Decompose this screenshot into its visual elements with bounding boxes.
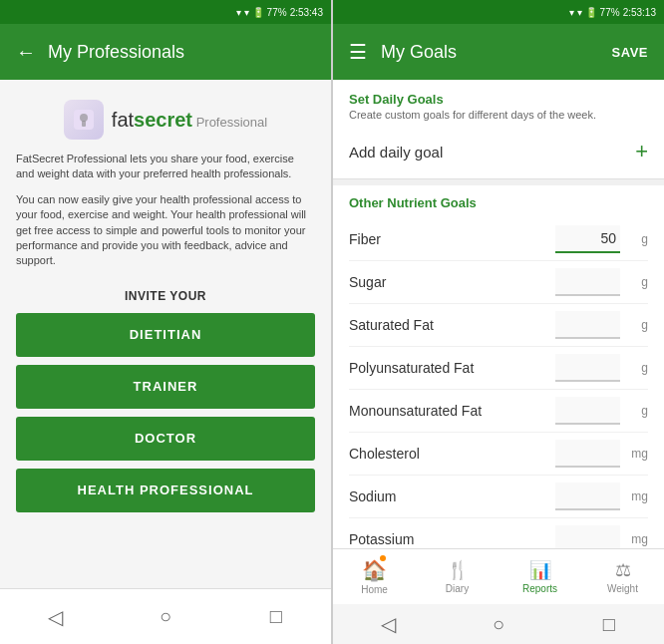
nutrient-row-cholesterol: Cholesterol mg [349, 433, 648, 476]
right-content: Set Daily Goals Create custom goals for … [333, 80, 664, 548]
wifi-icon: ▾ [236, 7, 241, 18]
right-battery-icon: 🔋 [585, 7, 597, 18]
nutrient-unit-fiber: g [624, 232, 648, 246]
fatsecret-logo-icon [64, 100, 104, 140]
right-top-bar: ☰ My Goals SAVE [333, 24, 664, 80]
right-status-icons: ▾ ▾ 🔋 77% 2:53:13 [569, 7, 656, 18]
right-panel: ▾ ▾ 🔋 77% 2:53:13 ☰ My Goals SAVE Set Da… [333, 0, 664, 644]
nutrient-unit-saturated-fat: g [624, 318, 648, 332]
left-panel: ▾ ▾ 🔋 77% 2:53:43 ← My Professionals fat… [0, 0, 331, 644]
nutrient-row-polyunsaturated-fat: Polyunsaturated Fat g [349, 347, 648, 390]
left-nav-home[interactable]: ○ [111, 589, 221, 644]
left-nav-back[interactable]: ◁ [0, 589, 111, 644]
reports-nav-label: Reports [522, 583, 557, 594]
nutrient-name-sodium: Sodium [349, 488, 555, 504]
right-nav-weight[interactable]: ⚖ Weight [581, 549, 664, 604]
home-nav-label: Home [361, 584, 388, 595]
right-sys-back[interactable]: ◁ [333, 604, 444, 644]
nutrient-row-potassium: Potassium mg [349, 518, 648, 548]
nutrient-input-saturated-fat[interactable] [555, 311, 620, 339]
right-sys-home[interactable]: ○ [444, 604, 554, 644]
nutrient-name-potassium: Potassium [349, 531, 555, 547]
right-nav-reports[interactable]: 📊 Reports [498, 549, 581, 604]
add-goal-label: Add daily goal [349, 144, 443, 161]
nutrient-name-sugar: Sugar [349, 274, 555, 290]
daily-goals-subtitle: Create custom goals for different days o… [349, 109, 648, 121]
nutrient-row-saturated-fat: Saturated Fat g [349, 304, 648, 347]
right-bottom-nav: 🏠 Home 🍴 Diary 📊 Reports ⚖ Weight [333, 548, 664, 604]
hamburger-menu-button[interactable]: ☰ [349, 40, 367, 64]
home-nav-icon: 🏠 [362, 558, 387, 582]
nutrient-input-fiber[interactable] [555, 225, 620, 253]
left-bottom-nav: ◁ ○ □ [0, 588, 331, 644]
nutrient-unit-sodium: mg [624, 489, 648, 503]
right-time-display: 2:53:13 [623, 7, 656, 18]
add-goal-icon[interactable]: + [635, 139, 648, 164]
nutrient-name-polyunsaturated-fat: Polyunsaturated Fat [349, 360, 555, 376]
weight-nav-icon: ⚖ [615, 559, 631, 581]
battery-icon: 🔋 [252, 7, 264, 18]
battery-percent: 77% [267, 7, 287, 18]
weight-nav-label: Weight [607, 583, 638, 594]
svg-rect-2 [82, 121, 86, 127]
nutrient-unit-sugar: g [624, 275, 648, 289]
diary-nav-label: Diary [446, 583, 469, 594]
left-nav-recents[interactable]: □ [220, 589, 331, 644]
add-goal-row[interactable]: Add daily goal + [333, 125, 664, 179]
recents-nav-icon: □ [270, 605, 282, 628]
health-professional-button[interactable]: HEALTH PROFESSIONAL [16, 469, 315, 512]
right-wifi-icon: ▾ [569, 7, 574, 18]
back-nav-icon: ◁ [48, 605, 63, 629]
nutrient-unit-cholesterol: mg [624, 447, 648, 461]
right-system-nav: ◁ ○ □ [333, 604, 664, 644]
logo-container: fatsecret Professional [64, 100, 267, 140]
svg-point-1 [80, 114, 88, 122]
home-notification-dot [380, 555, 386, 561]
right-nav-diary[interactable]: 🍴 Diary [416, 549, 498, 604]
nutrient-input-polyunsaturated-fat[interactable] [555, 354, 620, 382]
diary-nav-icon: 🍴 [447, 559, 469, 581]
reports-nav-icon: 📊 [529, 559, 551, 581]
right-top-left: ☰ My Goals [349, 40, 457, 64]
invite-label: INVITE YOUR [125, 289, 206, 303]
nutrient-goals-section: Other Nutrient Goals Fiber g Sugar g Sat… [333, 185, 664, 548]
right-home-nav-icon: ○ [493, 613, 504, 636]
doctor-button[interactable]: DOCTOR [16, 417, 315, 461]
time-display: 2:53:43 [290, 7, 323, 18]
description-1: FatSecret Professional lets you share yo… [16, 152, 315, 182]
nutrient-name-cholesterol: Cholesterol [349, 446, 555, 462]
logo-wordmark: fatsecret Professional [112, 109, 267, 132]
daily-goals-section: Set Daily Goals Create custom goals for … [333, 80, 664, 125]
daily-goals-title: Set Daily Goals [349, 92, 648, 107]
right-sys-recents[interactable]: □ [553, 604, 664, 644]
right-nav-home[interactable]: 🏠 Home [333, 549, 416, 604]
nutrient-row-fiber: Fiber g [349, 218, 648, 261]
right-back-nav-icon: ◁ [381, 612, 396, 636]
nutrient-name-monounsaturated-fat: Monounsaturated Fat [349, 403, 555, 419]
save-button[interactable]: SAVE [612, 45, 648, 60]
signal-icon: ▾ [244, 7, 249, 18]
nutrient-input-sugar[interactable] [555, 268, 620, 296]
right-status-bar: ▾ ▾ 🔋 77% 2:53:13 [333, 0, 664, 24]
left-status-icons: ▾ ▾ 🔋 77% 2:53:43 [236, 7, 323, 18]
nutrient-input-monounsaturated-fat[interactable] [555, 397, 620, 425]
nutrient-row-sodium: Sodium mg [349, 476, 648, 518]
right-recents-nav-icon: □ [603, 613, 615, 636]
left-content: fatsecret Professional FatSecret Profess… [0, 80, 331, 588]
left-top-bar: ← My Professionals [0, 24, 331, 80]
trainer-button[interactable]: TRAINER [16, 365, 315, 409]
home-nav-icon: ○ [160, 605, 171, 628]
nutrient-input-cholesterol[interactable] [555, 440, 620, 468]
nutrient-unit-monounsaturated-fat: g [624, 404, 648, 418]
nutrient-input-potassium[interactable] [555, 525, 620, 548]
nutrient-input-sodium[interactable] [555, 483, 620, 510]
nutrient-unit-polyunsaturated-fat: g [624, 361, 648, 375]
dietitian-button[interactable]: DIETITIAN [16, 313, 315, 357]
nutrient-row-sugar: Sugar g [349, 261, 648, 304]
nutrient-name-fiber: Fiber [349, 231, 555, 247]
nutrient-row-monounsaturated-fat: Monounsaturated Fat g [349, 390, 648, 433]
back-button[interactable]: ← [16, 41, 36, 64]
nutrient-name-saturated-fat: Saturated Fat [349, 317, 555, 333]
right-signal-icon: ▾ [577, 7, 582, 18]
left-status-bar: ▾ ▾ 🔋 77% 2:53:43 [0, 0, 331, 24]
